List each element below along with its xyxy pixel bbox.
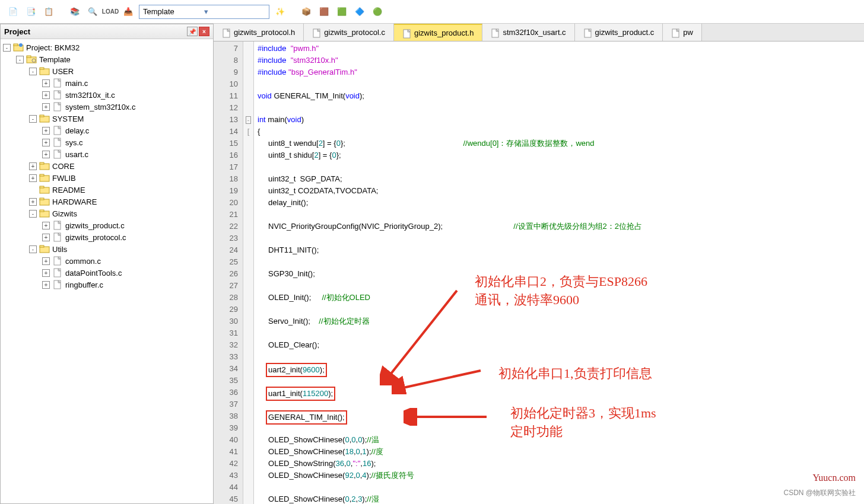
- tree-label: usart.c: [65, 150, 88, 159]
- close-icon[interactable]: ×: [199, 27, 209, 36]
- expand-icon[interactable]: [29, 186, 37, 194]
- tree-item[interactable]: +HARDWARE: [3, 196, 211, 208]
- toolbar-icon[interactable]: 📚: [68, 5, 82, 19]
- expand-icon[interactable]: +: [42, 257, 50, 265]
- file-icon: [402, 29, 411, 37]
- tree-item[interactable]: -Template: [3, 53, 211, 65]
- expand-icon[interactable]: +: [29, 198, 37, 206]
- toolbar-icon[interactable]: 📥: [121, 5, 135, 19]
- file-icon: [52, 102, 63, 111]
- tree-item[interactable]: +CORE: [3, 160, 211, 172]
- load-icon[interactable]: LOAD: [103, 5, 117, 19]
- credit: CSDN @物联网实验社: [783, 488, 856, 498]
- tree-label: README: [52, 186, 85, 194]
- expand-icon[interactable]: -: [29, 115, 37, 123]
- expand-icon[interactable]: -: [29, 245, 37, 253]
- pin-icon[interactable]: 📌: [187, 27, 198, 36]
- folder-icon: [39, 161, 50, 171]
- toolbar-icon[interactable]: 📋: [42, 5, 56, 19]
- folder-icon: [39, 244, 50, 254]
- file-icon: [312, 28, 320, 37]
- expand-icon[interactable]: -: [3, 44, 11, 52]
- tree-item[interactable]: +common.c: [3, 255, 211, 267]
- tree-item[interactable]: +usart.c: [3, 148, 211, 160]
- tree-label: gizwits_product.c: [65, 221, 125, 230]
- svg-rect-23: [40, 198, 44, 200]
- file-tab[interactable]: gizwits_protocol.h: [214, 24, 304, 41]
- folder-icon: [39, 173, 50, 183]
- folder-icon: [39, 197, 50, 206]
- toolbar-icon[interactable]: 📄: [6, 5, 20, 19]
- expand-icon[interactable]: +: [42, 139, 50, 146]
- tree-label: SYSTEM: [52, 114, 84, 123]
- file-icon: [491, 28, 499, 37]
- code-text[interactable]: #include "pwm.h"#include "stm32f10x.h"#i…: [254, 42, 864, 504]
- folder-gear-icon: [26, 55, 37, 64]
- tree-item[interactable]: README: [3, 184, 211, 196]
- expand-icon[interactable]: +: [42, 103, 50, 111]
- expand-icon[interactable]: +: [42, 127, 50, 135]
- toolbar-icon[interactable]: 📑: [24, 5, 38, 19]
- toolbar-icon[interactable]: 🟢: [370, 5, 385, 19]
- toolbar-icon[interactable]: 🟫: [317, 5, 331, 19]
- project-panel: Project 📌 × -Project: BKM32-Template-USE…: [0, 24, 214, 504]
- tab-bar: gizwits_protocol.hgizwits_protocol.cgizw…: [214, 24, 864, 42]
- fold-gutter[interactable]: -[: [243, 42, 254, 504]
- tree-label: system_stm32f10x.c: [65, 103, 136, 111]
- tree-label: Utils: [52, 245, 67, 254]
- file-tab[interactable]: gizwits_protocol.c: [304, 24, 394, 41]
- file-icon: [52, 138, 63, 147]
- file-icon: [52, 78, 63, 88]
- file-tab[interactable]: stm32f10x_usart.c: [482, 24, 574, 41]
- tree-label: main.c: [65, 79, 88, 88]
- expand-icon[interactable]: +: [42, 79, 50, 87]
- svg-rect-12: [40, 115, 44, 117]
- tree-item[interactable]: -Gizwits: [3, 208, 211, 219]
- expand-icon[interactable]: +: [29, 174, 37, 182]
- file-tab[interactable]: gizwits_product.h: [394, 24, 482, 41]
- code-area[interactable]: 7891011121314151617181920212223242526272…: [214, 42, 864, 504]
- file-tab[interactable]: gizwits_product.c: [575, 24, 663, 41]
- svg-rect-7: [40, 68, 44, 69]
- expand-icon[interactable]: -: [16, 56, 24, 63]
- toolbar-icon[interactable]: 🔍: [85, 5, 100, 19]
- tree-item[interactable]: +main.c: [3, 77, 211, 89]
- toolbar: 📄 📑 📋 📚 🔍 LOAD 📥 Template ▾ ✨ 📦 🟫 🟩 🔷 🟢: [0, 0, 864, 24]
- expand-icon[interactable]: +: [42, 269, 50, 277]
- toolbar-icon[interactable]: 🔷: [352, 5, 367, 19]
- expand-icon[interactable]: -: [29, 210, 37, 218]
- svg-rect-25: [40, 210, 44, 212]
- tree-item[interactable]: -USER: [3, 65, 211, 77]
- expand-icon[interactable]: +: [42, 222, 50, 229]
- expand-icon[interactable]: +: [42, 234, 50, 241]
- tree-item[interactable]: +ringbuffer.c: [3, 279, 211, 291]
- svg-rect-19: [40, 174, 44, 176]
- tree-item[interactable]: +dataPointTools.c: [3, 267, 211, 279]
- toolbar-icon[interactable]: 📦: [299, 5, 313, 19]
- expand-icon[interactable]: -: [29, 68, 37, 75]
- tree-item[interactable]: +system_stm32f10x.c: [3, 101, 211, 113]
- expand-icon[interactable]: +: [42, 91, 50, 99]
- target-combo[interactable]: Template ▾: [139, 5, 269, 19]
- tree-item[interactable]: +FWLIB: [3, 172, 211, 184]
- tree-label: dataPointTools.c: [65, 269, 122, 277]
- tree-item[interactable]: +delay.c: [3, 125, 211, 136]
- svg-rect-17: [40, 162, 44, 164]
- tree-item[interactable]: -SYSTEM: [3, 113, 211, 125]
- tree-item[interactable]: -Project: BKM32: [3, 42, 211, 53]
- tab-label: gizwits_product.c: [595, 28, 655, 37]
- tree-item[interactable]: +gizwits_protocol.c: [3, 231, 211, 243]
- expand-icon[interactable]: +: [42, 151, 50, 158]
- expand-icon[interactable]: +: [29, 162, 37, 170]
- wand-icon[interactable]: ✨: [273, 5, 287, 19]
- tree-label: stm32f10x_it.c: [65, 91, 115, 100]
- expand-icon[interactable]: +: [42, 281, 50, 289]
- tree-item[interactable]: +stm32f10x_it.c: [3, 89, 211, 101]
- tree-item[interactable]: -Utils: [3, 243, 211, 255]
- toolbar-icon[interactable]: 🟩: [335, 5, 349, 19]
- file-tab[interactable]: pw: [663, 24, 702, 41]
- tree-item[interactable]: +sys.c: [3, 136, 211, 148]
- tree-label: ringbuffer.c: [65, 280, 103, 289]
- project-tree[interactable]: -Project: BKM32-Template-USER+main.c+stm…: [1, 39, 213, 503]
- tree-item[interactable]: +gizwits_product.c: [3, 219, 211, 231]
